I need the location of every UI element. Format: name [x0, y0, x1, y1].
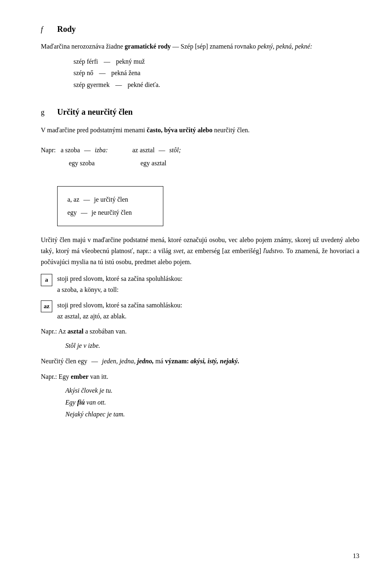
section-f: f Rody Maďarčina nerozoznáva žiadne gram…: [41, 24, 359, 91]
f-dash1: —: [104, 56, 110, 68]
section-f-letter: f: [41, 25, 49, 34]
g-ex-right-1: az asztal — stôl;: [132, 144, 181, 157]
section-f-intro: Maďarčina nerozoznáva žiadne gramatické …: [41, 41, 359, 52]
f-example-3: szép gyermek — pekné dieťa.: [74, 79, 359, 91]
section-f-heading: f Rody: [41, 24, 359, 34]
italic-line-3: Nejaký chlapec je tam.: [65, 409, 359, 420]
napr-1-az: Az: [58, 328, 68, 335]
napr-1-end: a szobában van.: [83, 328, 127, 335]
label-a-box: a: [41, 274, 52, 286]
g-title-bold: člen: [119, 107, 133, 116]
section-g-letter: g: [41, 108, 49, 117]
neurchity-bold-italic2: akýsi, istý, nejaký.: [191, 358, 240, 365]
section-g: g Určitý a neurčitý člen V maďarčine pre…: [41, 107, 359, 420]
f-examples: szép férfi — pekný muž szép nő — pekná ž…: [74, 56, 359, 91]
f-ex3-sk: pekné dieťa.: [127, 79, 160, 91]
section-f-title: Rody: [57, 24, 76, 34]
napr-label: Napr:: [41, 144, 56, 157]
italic-fiú-bold: fiú: [77, 399, 85, 406]
napr-2-bold: ember: [71, 373, 89, 380]
f-ex3-hu: szép gyermek: [74, 79, 109, 91]
label-az-box: az: [41, 300, 52, 313]
g-ex-left-2: egy szoba: [69, 157, 108, 170]
label-a-examples: a szoba, a könyv, a toll:: [57, 284, 359, 295]
f-example-2: szép nő — pekná žena: [74, 67, 359, 79]
g-ex-right-1-italic: stôl;: [169, 147, 181, 153]
neurchity-bold-italic: jedno,: [137, 358, 154, 365]
label-az-examples: az asztal, az ajtó, az ablak.: [57, 311, 359, 322]
napr-2-label: Napr.:: [41, 373, 59, 380]
neurchity-text1: Neurčitý člen egy: [41, 358, 89, 365]
g-p1-italic1: svet,: [174, 247, 185, 254]
neurchity-line: Neurčitý člen egy — jeden, jedna, jedno,…: [41, 356, 359, 367]
label-a-item: a stoji pred slovom, ktoré sa začína spo…: [41, 273, 359, 295]
g-intro-text: V maďarčine pred podstatnými menami čast…: [41, 127, 249, 133]
g-example-left: a szoba — izba: egy szoba: [60, 144, 108, 170]
section-g-heading: g Určitý a neurčitý člen: [41, 107, 359, 117]
napr-2-end: van itt.: [89, 373, 108, 380]
napr-1-bold: asztal: [67, 328, 83, 335]
g-intro-bold: často, býva určitý alebo: [147, 127, 212, 133]
section-g-title: Určitý a neurčitý člen: [57, 107, 133, 117]
label-a-text: stoji pred slovom, ktoré sa začína spolu…: [57, 273, 359, 284]
italic-line-1: Akýsi človek je tu.: [65, 385, 359, 397]
label-az-text: stoji pred slovom, ktoré sa začína samoh…: [57, 300, 359, 311]
f-ex1-hu: szép férfi: [74, 56, 98, 68]
neurchity-dash: —: [91, 358, 100, 365]
g-examples-container: Napr: a szoba — izba: egy szoba az aszta…: [41, 144, 359, 170]
f-intro-text: Maďarčina nerozoznáva žiadne: [41, 43, 123, 50]
page-number: 13: [353, 552, 359, 560]
napr-2-block: Napr.: Egy ember van itt.: [41, 371, 359, 383]
section-g-intro: V maďarčine pred podstatnými menami čast…: [41, 125, 359, 136]
neurchity-text2: má: [154, 358, 165, 365]
neurchity-bold-text: význam: akýsi, istý, nejaký.: [165, 358, 239, 365]
napr-1-label: Napr.:: [41, 328, 58, 335]
f-example-1: szép férfi — pekný muž: [74, 56, 359, 68]
neurchity-italic1: jeden, jedna,: [102, 358, 137, 365]
g-ex-left-1-italic: izba:: [95, 147, 108, 153]
g-example-right: az asztal — stôl; egy asztal: [132, 144, 181, 170]
g-examples-table: a szoba — izba: egy szoba az asztal — st…: [60, 144, 181, 170]
g-p1-italic2: ľudstvo.: [263, 247, 284, 254]
f-dash3: —: [115, 79, 122, 91]
box-line-2: egy — je neurčitý člen: [67, 206, 153, 219]
f-bold-text: gramatické rody: [125, 43, 171, 50]
label-az-content: stoji pred slovom, ktoré sa začína samoh…: [57, 300, 359, 322]
napr-1-block: Napr.: Az asztal a szobában van.: [41, 326, 359, 338]
g-ex-right-2: egy asztal: [140, 157, 181, 170]
napr-1-italic-line: Stôl je v izbe.: [65, 340, 359, 352]
f-ex1-sk: pekný muž: [116, 56, 145, 68]
f-intro-cont: — Szép [sép] znamená rovnako pekný, pekn…: [172, 43, 312, 50]
box-line-1: a, az — je určitý člen: [67, 193, 153, 206]
napr-2-egy: Egy: [59, 373, 71, 380]
f-dash2: —: [99, 67, 105, 79]
g-paragraph-1: Určitý člen majú v maďarčine podstatné m…: [41, 234, 359, 268]
f-ex2-sk: pekná žena: [111, 67, 140, 79]
label-a-content: stoji pred slovom, ktoré sa začína spolu…: [57, 273, 359, 295]
f-ex2-hu: szép nő: [74, 67, 93, 79]
boxed-grammar-rules: a, az — je určitý člen egy — je neurčitý…: [57, 186, 163, 226]
label-az-item: az stoji pred slovom, ktoré sa začína sa…: [41, 300, 359, 322]
g-p1-mid: az emberség [az emberišég]: [185, 247, 263, 254]
g-ex-left-1: a szoba — izba:: [60, 144, 108, 157]
italic-line-2: Egy fiú van ott.: [65, 397, 359, 409]
